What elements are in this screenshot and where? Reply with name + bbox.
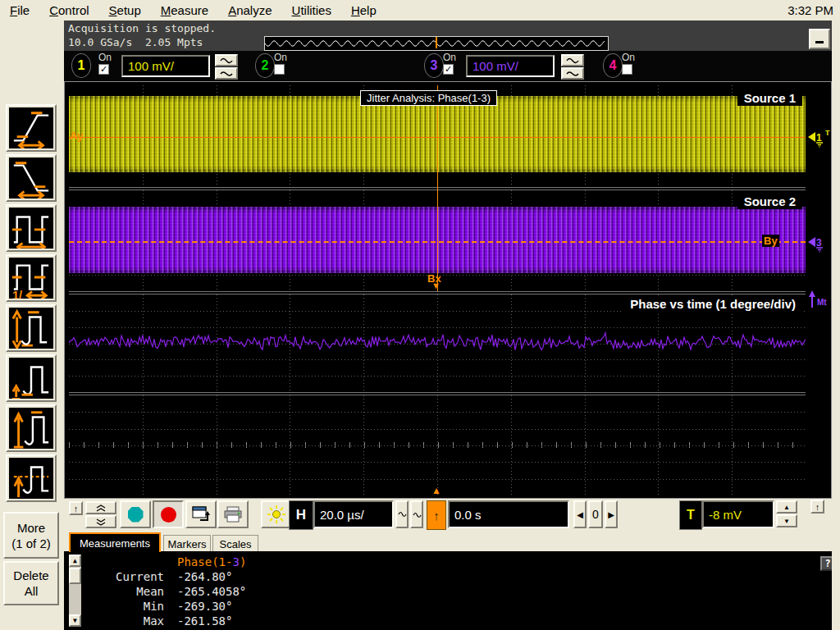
sine-large-icon <box>220 70 233 77</box>
marker-x-line[interactable] <box>437 85 438 291</box>
v-max-icon <box>9 408 53 449</box>
channel-4-badge[interactable]: 4 <box>604 54 622 77</box>
stat-value: -269.30° <box>177 600 232 613</box>
minimize-button[interactable] <box>809 29 830 49</box>
pan-down-button[interactable] <box>85 515 116 528</box>
menu-control[interactable]: Control <box>39 2 98 19</box>
stop-icon <box>161 507 176 523</box>
function-overlay-label[interactable]: Jitter Analysis: Phase(1-3) <box>360 90 497 106</box>
more-button-page: (1 of 2) <box>11 536 51 551</box>
svg-text:1: 1 <box>816 132 822 144</box>
stat-label: Mean <box>89 585 164 598</box>
scroll-thumb[interactable] <box>69 568 81 584</box>
channel-3-wave-down-button[interactable] <box>561 67 584 80</box>
more-button-label: More <box>17 520 45 536</box>
menu-help[interactable]: Help <box>341 2 386 19</box>
measurement-sidebar: 1/ More (1 o <box>0 21 64 630</box>
v-max-button[interactable] <box>6 404 57 452</box>
minimize-icon <box>815 41 824 43</box>
menu-analyze[interactable]: Analyze <box>218 2 281 19</box>
timebase-fine-button[interactable] <box>395 500 409 528</box>
pan-up-button[interactable] <box>85 501 116 514</box>
channel-3-on-checkbox[interactable]: ✓ <box>443 64 454 75</box>
v-average-button[interactable] <box>6 454 57 502</box>
undo-scale-right-button[interactable]: ↑ <box>810 500 824 514</box>
stat-value: -265.4058° <box>177 585 246 598</box>
channel-4-on-checkbox[interactable] <box>622 64 632 75</box>
menu-measure[interactable]: Measure <box>151 2 218 19</box>
waveform-preview-strip[interactable] <box>264 36 609 51</box>
left-arrow-icon <box>808 237 815 247</box>
preview-cursor[interactable] <box>436 37 437 48</box>
marker-by-label[interactable]: By <box>762 235 779 247</box>
scroll-up-button[interactable]: ▲ <box>69 555 81 567</box>
channel-1-ground-marker[interactable]: 1 T <box>808 128 833 148</box>
v-peak-peak-icon <box>9 308 53 349</box>
waveform-display: Ay Source 1 By Source 2 Phase vs time (1… <box>64 81 832 499</box>
export-button[interactable] <box>185 500 217 528</box>
time-reference-icon[interactable]: ▲ <box>431 485 441 496</box>
rise-time-button[interactable] <box>6 104 57 152</box>
timebase-display[interactable]: 20.0 µs/ <box>313 500 394 528</box>
v-peak-peak-button[interactable] <box>6 304 57 352</box>
sine-large-icon <box>413 509 422 520</box>
marker-bx-icon[interactable]: ▼ <box>431 281 441 290</box>
marker-ay-label[interactable]: Ay <box>70 130 83 142</box>
channel-1-on-checkbox[interactable]: ✓ <box>98 64 109 75</box>
stat-label: Max <box>89 614 164 628</box>
channel-3-scale-display[interactable]: 100 mV/ <box>466 55 555 77</box>
print-button[interactable] <box>217 500 249 528</box>
channel-controls: 1 On ✓ 100 mV/ 2 On 3 On ✓ 100 mV/ 4 On <box>64 51 832 81</box>
delete-all-button[interactable]: Delete All <box>3 561 59 605</box>
tab-markers[interactable]: Markers <box>163 535 211 552</box>
position-left-button[interactable]: ◀ <box>573 500 587 528</box>
scroll-down-button[interactable]: ▼ <box>69 614 81 627</box>
channel-1-badge[interactable]: 1 <box>72 54 90 77</box>
frequency-button[interactable]: 1/ <box>6 254 57 302</box>
measurements-scrollbar[interactable]: ▲ ▼ <box>69 555 81 627</box>
spinner-down-button[interactable]: ▼ <box>776 514 797 527</box>
menu-setup[interactable]: Setup <box>99 2 151 19</box>
fall-time-button[interactable] <box>6 154 57 202</box>
channel-3-wave-up-button[interactable] <box>561 54 584 66</box>
gridline <box>69 429 806 430</box>
gridline <box>69 412 806 413</box>
position-zero-button[interactable]: 0 <box>588 500 603 528</box>
channel-1-wave-down-button[interactable] <box>215 67 238 80</box>
channel-3-badge[interactable]: 3 <box>425 54 443 77</box>
timebase-coarse-button[interactable] <box>410 500 423 528</box>
position-right-button[interactable]: ▶ <box>605 500 618 528</box>
undo-scale-left-button[interactable]: ↑ <box>69 501 83 515</box>
panel-phase: Phase vs time (1 degree/div) <box>69 294 806 392</box>
stop-button[interactable] <box>153 500 184 528</box>
v-min-icon <box>9 358 53 399</box>
phase-panel-label: Phase vs time (1 degree/div) <box>623 296 802 312</box>
stat-label: Min <box>89 600 164 613</box>
brightness-button[interactable] <box>261 500 292 528</box>
svg-text:1/: 1/ <box>12 289 22 299</box>
menu-utilities[interactable]: Utilities <box>282 2 341 19</box>
v-min-button[interactable] <box>6 354 57 402</box>
channel-2-badge[interactable]: 2 <box>256 54 274 77</box>
more-button[interactable]: More (1 of 2) <box>3 512 59 559</box>
tab-measurements[interactable]: Measurements <box>69 532 161 552</box>
trigger-level-display[interactable]: -8 mV <box>702 500 774 528</box>
measurement-row: Current -264.80° <box>89 570 232 583</box>
measurement-trend-marker[interactable]: Mt <box>808 290 833 308</box>
channel-1-wave-up-button[interactable] <box>215 54 238 66</box>
trigger-position-button[interactable]: ↑ <box>427 500 446 530</box>
channel-3-ground-marker[interactable]: 3 <box>808 233 833 253</box>
menu-bar: File Control Setup Measure Analyze Utili… <box>0 0 840 21</box>
double-chevron-down-icon <box>96 518 106 526</box>
spinner-up-button[interactable]: ▲ <box>776 500 797 514</box>
channel-1-scale-display[interactable]: 100 mV/ <box>121 55 210 77</box>
run-button[interactable] <box>120 500 151 528</box>
menu-file[interactable]: File <box>0 2 39 19</box>
period-button[interactable] <box>6 204 57 252</box>
channel-1-coupling <box>215 54 238 80</box>
channel-4-on-label: On <box>622 52 635 63</box>
tab-scales[interactable]: Scales <box>212 535 258 552</box>
position-display[interactable]: 0.0 s <box>448 500 569 528</box>
svg-text:T: T <box>825 129 830 137</box>
channel-2-on-checkbox[interactable] <box>274 64 285 75</box>
